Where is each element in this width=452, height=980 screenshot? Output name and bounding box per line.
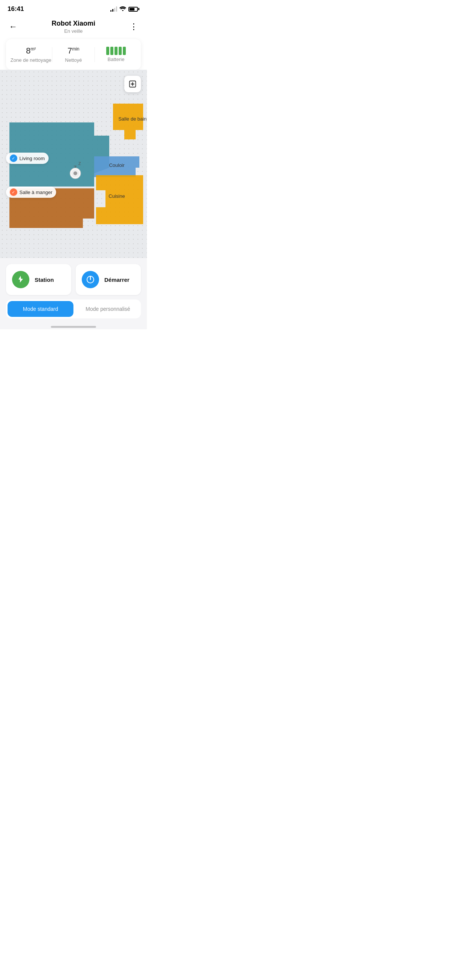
mode-card: Mode standard Mode personnalisé xyxy=(6,299,141,318)
living-room-name: Living room xyxy=(19,156,45,161)
more-button[interactable]: ⋮ xyxy=(128,20,139,33)
device-status: En veille xyxy=(52,28,95,34)
home-bar xyxy=(51,326,96,328)
start-label: Démarrer xyxy=(104,277,130,283)
battery-stat: Batterie xyxy=(95,47,137,62)
svg-text:Salle de bains: Salle de bains xyxy=(118,116,147,122)
mode-row: Mode standard Mode personnalisé xyxy=(6,299,141,318)
mode-standard-button[interactable]: Mode standard xyxy=(8,301,73,317)
battery-bar-3 xyxy=(115,47,118,55)
status-time: 16:41 xyxy=(8,5,24,13)
start-button[interactable]: Démarrer xyxy=(76,264,141,295)
back-button[interactable]: ← xyxy=(8,20,19,33)
time-stat: 7min Nettoyé xyxy=(53,46,94,63)
status-bar: 16:41 xyxy=(0,0,147,16)
battery-bar-1 xyxy=(106,47,109,55)
time-label: Nettoyé xyxy=(53,57,94,63)
svg-text:Cuisine: Cuisine xyxy=(108,193,125,199)
station-icon-circle xyxy=(12,271,29,288)
dining-room-check: ✓ xyxy=(10,188,18,196)
battery-bar-2 xyxy=(110,47,113,55)
svg-text:Couloir: Couloir xyxy=(109,162,125,168)
time-value: 7min xyxy=(53,46,94,56)
battery-bar-5 xyxy=(123,47,126,55)
status-icons xyxy=(110,6,139,13)
mode-custom-button[interactable]: Mode personnalisé xyxy=(75,299,141,318)
map-container[interactable]: Salle de bains Cuisine Couloir Z Z ✓ Liv… xyxy=(0,70,147,258)
svg-point-12 xyxy=(73,172,77,175)
control-row-main: Station Démarrer xyxy=(6,264,141,295)
bottom-controls: Station Démarrer Mode standard Mode pers… xyxy=(0,258,147,329)
living-room-label[interactable]: ✓ Living room xyxy=(6,153,49,164)
page-title: Robot Xiaomi xyxy=(52,20,95,27)
home-indicator xyxy=(6,323,141,329)
battery-icon xyxy=(129,7,139,12)
header-title-group: Robot Xiaomi En veille xyxy=(52,20,95,34)
dining-room-label[interactable]: ✓ Salle à manger xyxy=(6,186,56,198)
mode-standard-label: Mode standard xyxy=(23,306,58,312)
area-value: 8m² xyxy=(10,46,52,56)
header: ← Robot Xiaomi En veille ⋮ xyxy=(0,16,147,39)
map-add-button[interactable] xyxy=(124,76,141,92)
power-icon xyxy=(86,275,95,284)
svg-marker-4 xyxy=(96,175,143,224)
signal-icon xyxy=(110,6,117,12)
svg-text:Z: Z xyxy=(78,161,81,166)
stats-card: 8m² Zone de nettoyage 7min Nettoyé Batte… xyxy=(6,39,141,70)
mode-custom-label: Mode personnalisé xyxy=(86,306,130,312)
station-label: Station xyxy=(35,277,54,283)
area-stat: 8m² Zone de nettoyage xyxy=(10,46,52,63)
battery-bar-4 xyxy=(119,47,122,55)
station-icon xyxy=(16,275,25,284)
start-icon-circle xyxy=(82,271,99,288)
wifi-icon xyxy=(119,6,126,13)
area-label: Zone de nettoyage xyxy=(10,57,52,63)
battery-label: Batterie xyxy=(95,57,137,62)
map-svg: Salle de bains Cuisine Couloir Z Z xyxy=(0,70,147,258)
battery-bars-visual xyxy=(95,47,137,55)
dining-room-name: Salle à manger xyxy=(19,189,53,195)
station-button[interactable]: Station xyxy=(6,264,71,295)
living-room-check: ✓ xyxy=(10,154,18,162)
